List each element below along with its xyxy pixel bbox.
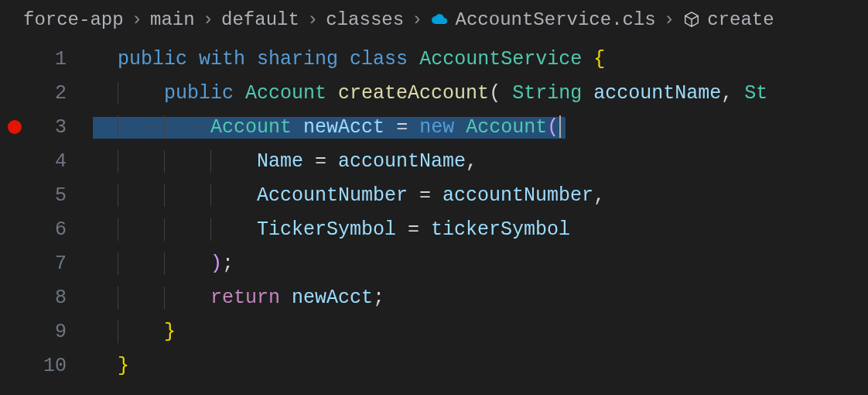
breadcrumb-sep-icon: ›: [412, 9, 422, 30]
gutter[interactable]: 10: [0, 355, 93, 377]
code-line[interactable]: 6TickerSymbol = tickerSymbol: [0, 212, 868, 246]
line-number: 2: [39, 82, 67, 105]
gutter[interactable]: 7: [0, 252, 93, 275]
token: [582, 82, 593, 105]
token: [431, 184, 443, 207]
gutter[interactable]: 1: [0, 48, 93, 70]
line-number: 4: [39, 150, 67, 173]
code-line[interactable]: 5AccountNumber = accountNumber,: [0, 178, 868, 212]
code-line[interactable]: 3········Account newAcct = new Account(: [0, 110, 868, 144]
line-number: 9: [39, 321, 67, 343]
token: accountNumber: [443, 184, 593, 207]
code-line[interactable]: 9}: [0, 314, 868, 349]
code-editor[interactable]: 1public with sharing class AccountServic…: [0, 39, 868, 383]
token: [582, 48, 593, 70]
token: (: [547, 116, 559, 139]
token: Account: [245, 82, 326, 105]
token: [338, 48, 350, 70]
code-content[interactable]: TickerSymbol = tickerSymbol: [93, 218, 868, 241]
token: [396, 218, 408, 241]
token: }: [164, 321, 176, 343]
crumb-file-label: AccountService.cls: [456, 9, 656, 30]
code-line[interactable]: 7);: [0, 246, 868, 280]
crumb-file[interactable]: AccountService.cls: [431, 9, 656, 30]
breadcrumb-sep-icon: ›: [307, 9, 318, 30]
token: TickerSymbol: [257, 218, 396, 241]
text-cursor: [559, 115, 561, 138]
breakpoint-icon[interactable]: [8, 120, 22, 134]
token: ): [210, 252, 222, 275]
code-content[interactable]: AccountNumber = accountNumber,: [93, 184, 868, 207]
gutter[interactable]: 2: [0, 82, 93, 105]
code-content[interactable]: Name = accountName,: [93, 150, 868, 173]
cloud-icon: [431, 10, 449, 29]
token: [280, 287, 292, 309]
line-number: 5: [39, 184, 67, 207]
code-content[interactable]: public Account createAccount( String acc…: [93, 82, 868, 105]
gutter[interactable]: 9: [0, 321, 93, 343]
gutter[interactable]: 6: [0, 218, 93, 241]
token: (: [489, 82, 512, 105]
crumb-3[interactable]: classes: [326, 9, 404, 30]
breadcrumb-sep-icon: ›: [203, 9, 214, 30]
code-line[interactable]: 8return newAcct;: [0, 280, 868, 314]
breadcrumb[interactable]: force-app › main › default › classes › A…: [0, 0, 868, 39]
token: Account: [466, 116, 547, 139]
token: createAccount: [338, 82, 489, 105]
token: new: [419, 116, 454, 139]
token: ;: [373, 287, 384, 309]
token: accountName: [593, 82, 721, 105]
token: return: [210, 287, 280, 309]
gutter[interactable]: 4: [0, 150, 93, 173]
token: class: [350, 48, 408, 70]
line-number: 6: [39, 218, 67, 241]
crumb-1[interactable]: main: [150, 9, 195, 30]
token: ,: [721, 82, 744, 105]
token: [384, 116, 396, 139]
code-line[interactable]: 10}: [0, 349, 868, 383]
code-content[interactable]: ········Account newAcct = new Account(: [93, 115, 868, 139]
code-line[interactable]: 1public with sharing class AccountServic…: [0, 42, 868, 76]
token: public: [164, 82, 234, 105]
token: [245, 48, 257, 70]
token: Name: [257, 150, 303, 173]
crumb-0[interactable]: force-app: [23, 9, 124, 30]
token: {: [593, 48, 605, 70]
token: }: [118, 355, 129, 377]
crumb-2[interactable]: default: [221, 9, 299, 30]
token: [234, 82, 245, 105]
token: =: [315, 150, 326, 173]
code-content[interactable]: );: [93, 252, 868, 275]
line-number: 7: [39, 252, 67, 275]
gutter[interactable]: 3: [0, 116, 93, 139]
token: public: [118, 48, 187, 70]
token: sharing: [257, 48, 338, 70]
gutter[interactable]: 5: [0, 184, 93, 207]
crumb-symbol[interactable]: create: [682, 9, 774, 30]
token: St: [744, 82, 767, 105]
code-content[interactable]: }: [93, 321, 868, 343]
gutter[interactable]: 8: [0, 287, 93, 309]
line-number: 1: [39, 48, 67, 70]
token: [408, 184, 419, 207]
token: ,: [466, 150, 477, 173]
code-line[interactable]: 2public Account createAccount( String ac…: [0, 76, 868, 110]
code-line[interactable]: 4Name = accountName,: [0, 144, 868, 178]
code-content[interactable]: public with sharing class AccountService…: [93, 48, 868, 70]
token: AccountNumber: [257, 184, 408, 207]
token: String: [512, 82, 582, 105]
token: with: [199, 48, 245, 70]
token: newAcct: [303, 116, 384, 139]
token: [454, 116, 466, 139]
crumb-symbol-label: create: [707, 9, 774, 30]
token: [303, 150, 315, 173]
cube-icon: [682, 10, 701, 29]
token: [419, 218, 431, 241]
code-content[interactable]: }: [93, 355, 868, 377]
token: [326, 82, 338, 105]
token: tickerSymbol: [431, 218, 570, 241]
token: =: [408, 218, 419, 241]
code-content[interactable]: return newAcct;: [93, 287, 868, 309]
token: [408, 116, 419, 139]
token: [326, 150, 338, 173]
